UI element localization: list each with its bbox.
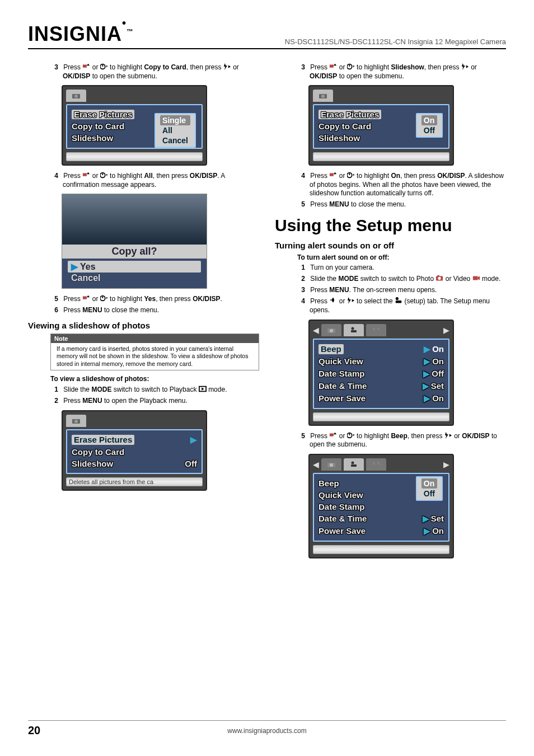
tools-icon <box>372 461 381 468</box>
left-screenshot-confirm: Copy all? ▶Yes Cancel <box>62 194 259 289</box>
flash-right-icon <box>444 431 452 439</box>
note-body: If a memory card is inserted, photos sto… <box>51 343 259 370</box>
flash-right-icon <box>461 63 469 71</box>
svg-point-21 <box>396 297 399 300</box>
flash-right-icon <box>223 63 231 71</box>
setup-power-save: Power Save <box>318 393 366 403</box>
menu-slideshow: Slideshow <box>72 459 113 468</box>
photo-mode-icon <box>435 274 443 282</box>
timer-down-icon <box>100 294 108 302</box>
camera-icon <box>318 92 327 99</box>
wrench-icon <box>350 461 358 468</box>
submenu-on: On <box>421 478 437 489</box>
svg-rect-4 <box>83 173 87 176</box>
footer-url: www.insigniaproducts.com <box>227 727 306 735</box>
svg-point-10 <box>74 420 78 423</box>
menu-erase-pictures: Erase Pictures <box>72 435 134 445</box>
setup-date-stamp: Date Stamp <box>318 502 365 511</box>
display-up-icon <box>82 63 90 71</box>
setup-date-time: Date & Time <box>318 381 367 391</box>
camera-icon <box>72 417 81 424</box>
right-turn-step-3: 3 Press MENU. The on-screen menu opens. <box>297 286 506 295</box>
menu-erase-pictures: Erase Pictures <box>72 110 134 119</box>
svg-point-25 <box>352 327 354 330</box>
right-step-5: 5 Press MENU to close the menu. <box>297 200 506 209</box>
svg-point-3 <box>74 95 78 98</box>
heading-turning-alert-sounds: Turning alert sounds on or off <box>275 241 506 250</box>
right-step-4: 4 Press or to highlight On, then press O… <box>297 171 506 198</box>
timer-down-icon <box>347 63 355 71</box>
left-column: 3 Press or to highlight Copy to Card, th… <box>28 60 259 564</box>
left-view-step-2: 2 Press MENU to open the Playback menu. <box>50 397 259 406</box>
submenu-off: Off <box>421 125 437 135</box>
setup-beep: Beep <box>318 478 339 488</box>
setup-date-time: Date & Time <box>318 514 367 524</box>
svg-point-24 <box>330 329 333 332</box>
playback-icon <box>199 385 207 393</box>
right-turn-step-5: 5 Press or to highlight Beep, then press… <box>297 431 506 449</box>
setup-beep: Beep <box>318 344 344 354</box>
left-step-4: 4 Press or to highlight All, then press … <box>50 171 259 189</box>
confirm-yes: ▶Yes <box>68 261 201 273</box>
svg-rect-32 <box>351 464 357 467</box>
note-label: Note <box>51 334 259 343</box>
menu-copy-to-card: Copy to Card <box>72 447 124 457</box>
display-up-icon <box>82 294 90 302</box>
right-screenshot-slideshow-submenu: Erase Pictures Copy to Card Slideshow On… <box>308 85 506 166</box>
footer: 20 www.insigniaproducts.com <box>28 720 506 737</box>
confirm-title: Copy all? <box>62 245 207 259</box>
menu-slideshow: Slideshow <box>72 133 113 143</box>
setup-quick-view: Quick View <box>318 356 363 367</box>
camera-icon <box>327 327 336 334</box>
camera-icon <box>327 461 336 468</box>
tools-icon <box>372 327 381 334</box>
brand-text: INSIGNIA <box>28 22 122 45</box>
heading-viewing-slideshow: Viewing a slideshow of photos <box>28 321 259 330</box>
right-turn-step-1: 1 Turn on your camera. <box>297 264 506 273</box>
submenu-cancel: Cancel <box>160 135 190 145</box>
right-turn-step-4: 4 Press or to select the (setup) tab. Th… <box>297 297 506 314</box>
submenu-single: Single <box>160 115 190 125</box>
left-screenshot-playback-menu: Erase Pictures▶ Copy to Card SlideshowOf… <box>62 410 259 491</box>
right-column: 3 Press or to highlight Slideshow, then … <box>275 60 506 564</box>
display-up-icon <box>329 171 337 179</box>
display-up-icon <box>329 63 337 71</box>
display-up-icon <box>82 171 90 179</box>
submenu-on: On <box>421 115 437 125</box>
timer-down-icon <box>347 171 355 179</box>
left-view-step-1: 1 Slide the MODE switch to switch to Pla… <box>50 385 259 395</box>
macro-left-icon <box>329 297 337 304</box>
setup-tab-icon <box>395 297 402 304</box>
heading-to-view-slideshow: To view a slideshow of photos: <box>50 375 259 383</box>
product-name: NS-DSC1112SL/NS-DSC1112SL-CN Insignia 12… <box>285 37 506 46</box>
left-step-3: 3 Press or to highlight Copy to Card, th… <box>50 63 259 81</box>
svg-rect-11 <box>330 65 334 68</box>
svg-rect-15 <box>330 173 334 176</box>
svg-point-31 <box>352 461 354 464</box>
svg-rect-26 <box>351 330 357 332</box>
note-box: Note If a memory card is inserted, photo… <box>50 334 259 371</box>
timer-down-icon <box>100 171 108 179</box>
submenu-all: All <box>160 125 190 135</box>
video-mode-icon <box>472 274 480 282</box>
svg-point-30 <box>330 463 333 467</box>
status-bar-text: Deletes all pictures from the ca <box>66 477 203 486</box>
svg-rect-0 <box>83 65 87 68</box>
right-turn-step-2: 2 Slide the MODE switch to switch to Pho… <box>297 274 506 284</box>
confirm-cancel: Cancel <box>68 273 201 284</box>
svg-rect-27 <box>330 433 334 436</box>
menu-copy-to-card: Copy to Card <box>318 121 371 131</box>
heading-to-turn-alert: To turn alert sound on or off: <box>297 253 506 261</box>
brand-logo: INSIGNIA•™ <box>28 22 134 46</box>
menu-erase-pictures: Erase Pictures <box>318 110 381 119</box>
right-step-3: 3 Press or to highlight Slideshow, then … <box>297 63 506 81</box>
svg-rect-6 <box>83 297 87 299</box>
right-screenshot-beep-submenu: ◀ ▶ Beep Quick View Date Stamp Date & Ti… <box>308 454 506 558</box>
page-number: 20 <box>28 724 40 737</box>
svg-rect-22 <box>396 300 402 303</box>
svg-rect-18 <box>438 275 440 277</box>
timer-down-icon <box>347 431 355 439</box>
left-step-6: 6 Press MENU to close the menu. <box>50 306 259 315</box>
heading-using-setup-menu: Using the Setup menu <box>275 216 506 235</box>
left-step-5: 5 Press or to highlight Yes, then press … <box>50 294 259 304</box>
